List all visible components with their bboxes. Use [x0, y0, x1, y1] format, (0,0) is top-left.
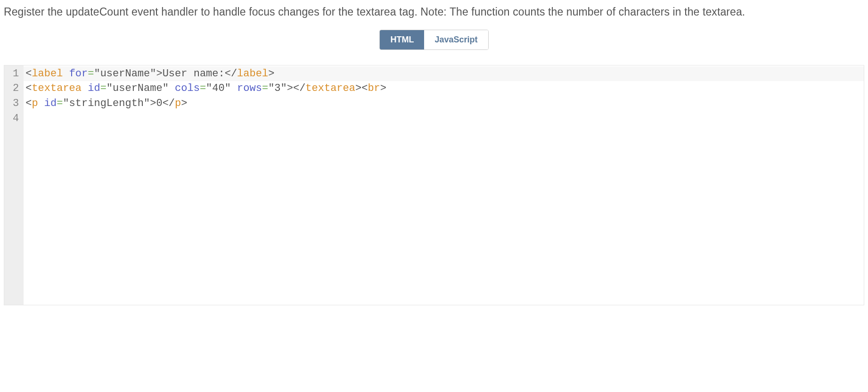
code-token: for: [69, 68, 88, 80]
code-token: "stringLength": [63, 98, 150, 109]
code-token: 0: [156, 98, 162, 109]
code-token: >: [268, 68, 274, 80]
code-token: =: [100, 82, 106, 94]
tabs-container: HTML JavaScript: [4, 30, 864, 50]
code-line[interactable]: <textarea id="userName" cols="40" rows="…: [24, 81, 864, 96]
code-token: =: [262, 82, 268, 94]
code-token: "userName": [106, 82, 169, 94]
code-token: br: [368, 82, 380, 94]
code-token: textarea: [32, 82, 82, 94]
gutter-line-number: 2: [13, 81, 19, 96]
code-token: </: [163, 98, 175, 109]
code-token: >: [355, 82, 361, 94]
code-token: [231, 82, 237, 94]
code-token: <: [361, 82, 368, 94]
tab-javascript[interactable]: JavaScript: [424, 30, 488, 49]
editor-code-area[interactable]: <label for="userName">User name:</label>…: [24, 65, 864, 305]
tab-group: HTML JavaScript: [379, 30, 488, 50]
code-token: "40": [206, 82, 231, 94]
code-token: <: [25, 82, 32, 94]
code-token: >: [380, 82, 386, 94]
code-token: [82, 82, 88, 94]
code-token: p: [175, 98, 181, 109]
code-token: >: [150, 98, 156, 109]
code-token: =: [200, 82, 206, 94]
code-token: <: [25, 98, 32, 109]
code-token: [38, 98, 44, 109]
code-token: >: [287, 82, 293, 94]
code-token: id: [44, 98, 57, 109]
code-token: rows: [237, 82, 262, 94]
question-prompt: Register the updateCount event handler t…: [4, 4, 864, 20]
gutter-line-number: 4: [13, 111, 19, 126]
code-token: =: [57, 98, 63, 109]
gutter-line-number: 1: [13, 66, 19, 82]
code-token: "3": [268, 82, 287, 94]
code-token: =: [88, 68, 94, 80]
code-token: label: [237, 68, 268, 80]
code-token: cols: [175, 82, 200, 94]
code-line[interactable]: [24, 111, 864, 126]
code-token: textarea: [305, 82, 355, 94]
code-token: User name:: [163, 68, 225, 80]
code-token: [169, 82, 175, 94]
code-line[interactable]: <label for="userName">User name:</label>: [24, 66, 864, 82]
code-token: <: [25, 68, 32, 80]
code-token: >: [181, 98, 187, 109]
code-token: </: [225, 68, 237, 80]
code-token: "userName": [94, 68, 156, 80]
tab-html[interactable]: HTML: [380, 30, 424, 49]
code-token: label: [32, 68, 63, 80]
code-token: id: [88, 82, 100, 94]
editor-gutter: 1234: [4, 65, 24, 305]
code-editor[interactable]: 1234 <label for="userName">User name:</l…: [4, 65, 864, 305]
code-token: p: [32, 98, 38, 109]
gutter-line-number: 3: [13, 96, 19, 111]
code-line[interactable]: <p id="stringLength">0</p>: [24, 96, 864, 111]
code-token: </: [293, 82, 305, 94]
code-token: >: [156, 68, 162, 80]
code-token: [63, 68, 69, 80]
